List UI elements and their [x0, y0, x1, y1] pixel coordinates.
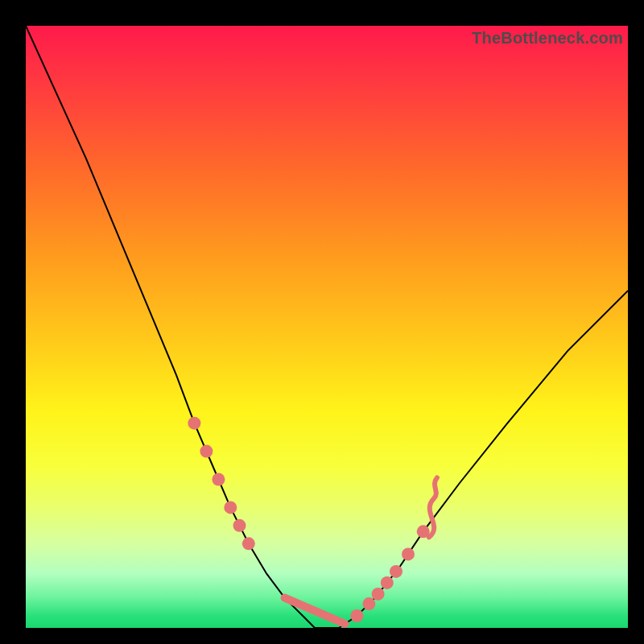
- marker-dot: [417, 525, 430, 538]
- chart-frame: TheBottleneck.com: [0, 0, 644, 644]
- marker-dot: [381, 576, 394, 589]
- right-squiggle: [429, 477, 437, 537]
- marker-dot: [224, 501, 237, 514]
- bottleneck-curve: [26, 26, 628, 628]
- marker-dot: [372, 588, 385, 601]
- marker-dot: [390, 565, 402, 578]
- marker-dot: [350, 609, 363, 622]
- marker-dot: [362, 597, 375, 610]
- marker-dot: [402, 547, 415, 560]
- marker-dot: [212, 473, 225, 486]
- marker-dot: [233, 519, 246, 532]
- plot-area: TheBottleneck.com: [26, 26, 628, 628]
- left-marker-cluster: [188, 417, 254, 551]
- chart-svg: [26, 26, 628, 628]
- plateau-marker: [285, 598, 345, 624]
- marker-dot: [200, 445, 213, 458]
- marker-dot: [188, 417, 200, 430]
- marker-dot: [242, 537, 255, 550]
